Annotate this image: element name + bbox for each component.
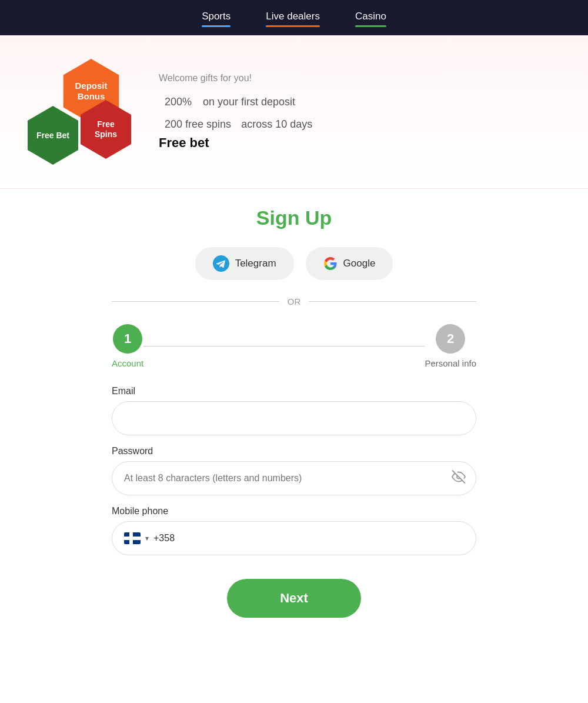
finland-flag-icon — [124, 532, 141, 544]
bonus-badges: Deposit Bonus Free Bet Free Spins — [24, 53, 141, 171]
telegram-button[interactable]: Telegram — [195, 247, 294, 280]
password-wrapper — [112, 461, 476, 495]
promo-text: Welcome gifts for you! 200% on your firs… — [159, 73, 564, 151]
nav-item-live[interactable]: Live dealers — [266, 11, 320, 25]
step-1-label: Account — [112, 358, 143, 368]
divider-line-right — [309, 301, 476, 302]
nav-item-casino[interactable]: Casino — [355, 11, 386, 25]
step-2-circle: 2 — [436, 324, 465, 354]
free-bet-badge: Free Bet — [24, 106, 82, 165]
promo-freebet: Free bet — [159, 135, 564, 151]
telegram-label: Telegram — [235, 258, 276, 269]
steps-row: 1 Account 2 Personal info — [112, 324, 476, 368]
divider-line-left — [112, 301, 279, 302]
promo-spins: 200 free spins across 10 days — [159, 114, 564, 132]
toggle-password-icon[interactable] — [452, 470, 466, 487]
or-text: OR — [288, 296, 301, 306]
phone-input[interactable] — [153, 533, 464, 544]
telegram-icon — [213, 255, 229, 272]
google-button[interactable]: Google — [306, 247, 393, 280]
signup-title: Sign Up — [59, 206, 529, 229]
promo-banner: Deposit Bonus Free Bet Free Spins Welcom… — [0, 35, 588, 189]
email-label: Email — [112, 386, 476, 397]
main-content: Sign Up Telegram Google OR 1 Account — [0, 189, 588, 635]
promo-percent: 200% on your first deposit — [159, 88, 564, 110]
phone-label: Mobile phone — [112, 506, 476, 517]
google-icon — [323, 256, 338, 271]
nav-item-sports[interactable]: Sports — [202, 11, 230, 25]
next-button[interactable]: Next — [227, 579, 361, 618]
or-divider: OR — [112, 296, 476, 306]
email-input[interactable] — [112, 401, 476, 435]
signup-form: Email Password Mobile phone ▾ — [112, 386, 476, 555]
social-buttons: Telegram Google — [59, 247, 529, 280]
phone-chevron-icon[interactable]: ▾ — [145, 534, 149, 542]
password-label: Password — [112, 446, 476, 457]
google-label: Google — [343, 258, 376, 269]
phone-wrapper[interactable]: ▾ — [112, 521, 476, 555]
step-2-label: Personal info — [425, 358, 476, 368]
next-button-wrapper: Next — [59, 579, 529, 618]
step-connector — [143, 346, 425, 346]
promo-welcome-text: Welcome gifts for you! — [159, 73, 564, 84]
password-input[interactable] — [112, 461, 476, 495]
step-2: 2 Personal info — [425, 324, 476, 368]
step-1: 1 Account — [112, 324, 143, 368]
top-navigation: Sports Live dealers Casino — [0, 0, 588, 35]
step-1-circle: 1 — [113, 324, 142, 354]
